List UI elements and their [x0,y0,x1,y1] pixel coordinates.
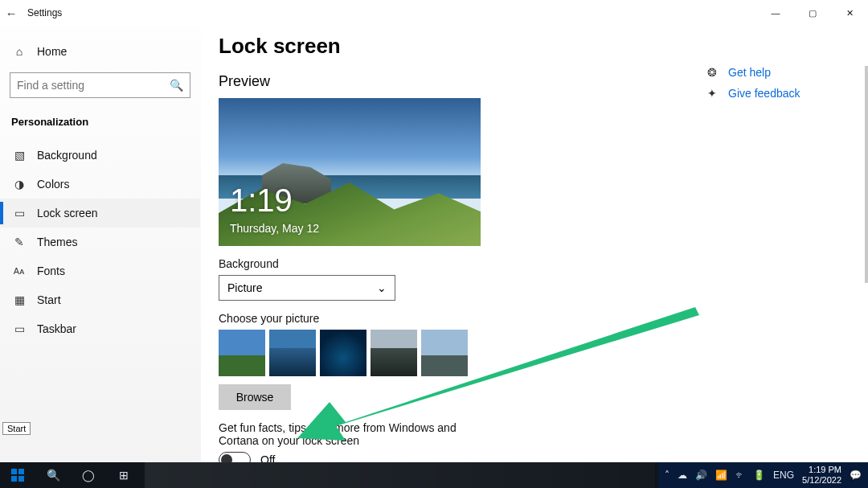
cortana-button[interactable]: ◯ [71,462,106,488]
sidebar-item-label: Taskbar [37,322,76,335]
svg-rect-1 [11,469,17,474]
volume-icon[interactable]: 🔊 [695,470,707,481]
clock-date: 5/12/2022 [802,475,841,486]
background-dropdown[interactable]: Picture ⌄ [219,275,395,301]
chevron-down-icon: ⌄ [377,281,387,294]
sidebar-item-background[interactable]: ▧ Background [0,141,200,170]
sidebar-item-label: Themes [37,236,78,248]
lock-screen-icon: ▭ [13,207,26,219]
fun-facts-label: Get fun facts, tips, and more from Windo… [219,421,492,447]
sidebar-item-label: Fonts [37,265,65,277]
background-label: Background [219,257,852,270]
page-title: Lock screen [219,34,852,59]
toggle-state-label: Off [260,453,275,462]
sidebar-item-label: Colors [37,178,69,191]
fonts-icon: Aᴀ [13,266,26,277]
fun-facts-toggle[interactable] [219,452,251,462]
sidebar-item-label: Background [37,149,97,162]
home-link[interactable]: ⌂ Home [0,39,200,64]
start-tooltip: Start [2,422,31,435]
sidebar-item-fonts[interactable]: Aᴀ Fonts [0,256,200,285]
picture-thumb-2[interactable] [269,330,316,376]
search-input[interactable] [17,79,170,92]
search-icon: 🔍 [170,79,183,92]
taskbar-clock[interactable]: 1:19 PM 5/12/2022 [802,465,841,486]
task-view-button[interactable]: ⊞ [106,462,141,488]
home-label: Home [37,45,67,58]
battery-icon[interactable]: 🔋 [753,470,765,481]
onedrive-icon[interactable]: ☁ [678,470,687,481]
sidebar: ⌂ Home 🔍 Personalization ▧ Background ◑ … [0,26,201,462]
network-icon[interactable]: 📶 [715,470,727,481]
sidebar-item-label: Lock screen [37,207,97,219]
tray-overflow-icon[interactable]: ˄ [665,470,669,481]
system-tray: ˄ ☁ 🔊 📶 ᯤ 🔋 ENG 1:19 PM 5/12/2022 💬 [658,462,868,488]
palette-icon: ◑ [13,178,26,191]
taskbar-running-apps[interactable] [145,462,655,488]
sidebar-item-taskbar[interactable]: ▭ Taskbar [0,314,200,343]
main-content: Lock screen Preview 1:19 Thursday, May 1… [219,24,852,462]
close-button[interactable]: ✕ [831,0,868,26]
svg-rect-3 [11,476,17,482]
svg-rect-2 [18,469,24,474]
maximize-button[interactable]: ▢ [794,0,831,26]
lock-screen-preview: 1:19 Thursday, May 12 [219,98,481,246]
taskbar-icon: ▭ [13,322,26,335]
back-button[interactable]: ← [0,6,23,20]
preview-date: Thursday, May 12 [230,222,319,235]
app-title: Settings [27,7,62,18]
taskbar-search-button[interactable]: 🔍 [35,462,71,488]
sidebar-item-lock-screen[interactable]: ▭ Lock screen [0,199,200,228]
clock-time: 1:19 PM [802,465,841,475]
sidebar-item-themes[interactable]: ✎ Themes [0,228,200,256]
search-box[interactable]: 🔍 [10,72,190,98]
picture-icon: ▧ [13,149,26,162]
action-center-icon[interactable]: 💬 [850,470,862,481]
minimize-button[interactable]: — [757,0,794,26]
picture-thumbnails [219,330,852,376]
dropdown-value: Picture [227,281,263,294]
browse-button[interactable]: Browse [219,384,291,410]
picture-thumb-4[interactable] [371,330,417,376]
home-icon: ⌂ [13,45,26,58]
titlebar: ← Settings — ▢ ✕ [0,0,868,26]
sidebar-item-start[interactable]: ▦ Start [0,285,200,314]
taskbar: 🔍 ◯ ⊞ ˄ ☁ 🔊 📶 ᯤ 🔋 ENG 1:19 PM 5/12/2022 … [0,462,868,488]
start-button[interactable] [0,462,35,488]
svg-rect-4 [18,476,24,482]
choose-picture-label: Choose your picture [219,312,852,325]
themes-icon: ✎ [13,236,26,248]
preview-heading: Preview [219,73,852,90]
category-heading: Personalization [0,111,200,141]
start-icon: ▦ [13,293,26,306]
scrollbar[interactable] [865,66,868,283]
language-indicator[interactable]: ENG [773,470,794,481]
picture-thumb-3[interactable] [320,330,366,376]
picture-thumb-1[interactable] [219,330,265,376]
wifi-icon[interactable]: ᯤ [735,470,745,481]
picture-thumb-5[interactable] [421,330,468,376]
preview-time: 1:19 [230,182,293,219]
sidebar-item-label: Start [37,293,61,306]
toggle-knob [221,454,232,462]
sidebar-item-colors[interactable]: ◑ Colors [0,170,200,199]
